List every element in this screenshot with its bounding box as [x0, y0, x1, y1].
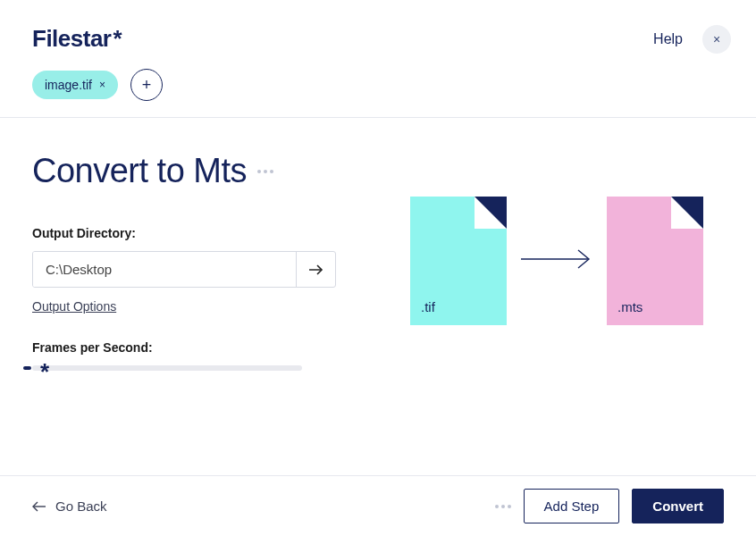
file-chip-row: image.tif × + [32, 69, 163, 101]
conversion-diagram: .tif .mts [410, 197, 703, 325]
dot [257, 170, 261, 173]
dot [264, 170, 267, 173]
output-options-link[interactable]: Output Options [32, 299, 116, 314]
arrow-right-icon [519, 248, 594, 273]
more-icon[interactable] [257, 170, 273, 173]
dot [501, 505, 505, 508]
browse-directory-button[interactable] [296, 252, 335, 287]
destination-ext-label: .mts [617, 299, 643, 314]
diagram-column: .tif .mts [390, 152, 724, 371]
footer-actions: Add Step Convert [495, 489, 724, 523]
dot [270, 170, 273, 173]
fps-slider-thumb[interactable]: * [32, 361, 57, 375]
output-directory-row [32, 251, 336, 288]
asterisk-icon: * [40, 358, 49, 386]
go-back-button[interactable]: Go Back [32, 498, 107, 514]
remove-file-icon[interactable]: × [99, 79, 105, 91]
main-content: Convert to Mts Output Directory: Output … [0, 118, 756, 371]
header-left: Filestar* image.tif × + [32, 25, 163, 101]
arrow-right-icon [308, 264, 324, 276]
source-file-tile: .tif [410, 197, 507, 325]
fps-slider[interactable]: * [32, 365, 302, 371]
output-directory-input[interactable] [33, 252, 296, 287]
arrow-left-icon [32, 501, 46, 512]
source-ext-label: .tif [421, 299, 435, 314]
add-file-button[interactable]: + [130, 69, 163, 101]
footer: Go Back Add Step Convert [0, 475, 756, 536]
file-chip[interactable]: image.tif × [32, 71, 118, 99]
page-title: Convert to Mts [32, 152, 247, 190]
footer-more-icon[interactable] [495, 505, 511, 508]
logo-text: Filestar [32, 25, 112, 52]
settings-column: Convert to Mts Output Directory: Output … [32, 152, 336, 371]
header-right: Help × [653, 25, 731, 54]
add-step-button[interactable]: Add Step [524, 489, 620, 523]
help-link[interactable]: Help [653, 31, 683, 47]
output-directory-label: Output Directory: [32, 226, 336, 240]
fps-slider-wrap: * [32, 365, 336, 371]
close-icon: × [713, 32, 720, 46]
logo-asterisk: * [113, 25, 122, 52]
go-back-label: Go Back [55, 498, 107, 514]
convert-button[interactable]: Convert [632, 489, 724, 523]
dot [495, 505, 499, 508]
close-button[interactable]: × [702, 25, 731, 54]
header: Filestar* image.tif × + Help × [0, 0, 756, 101]
plus-icon: + [142, 76, 152, 95]
title-row: Convert to Mts [32, 152, 336, 190]
dot [508, 505, 511, 508]
file-chip-label: image.tif [45, 78, 92, 92]
logo: Filestar* [32, 25, 163, 53]
destination-file-tile: .mts [607, 197, 703, 325]
fps-label: Frames per Second: [32, 340, 336, 355]
